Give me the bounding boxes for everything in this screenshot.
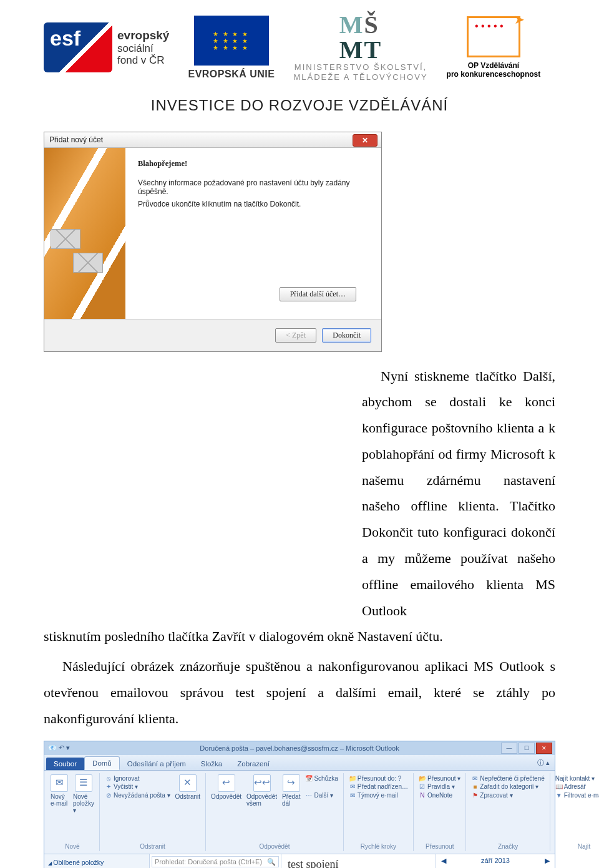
new-items-button[interactable]: ☰Nové položky ▾ <box>73 774 94 814</box>
dialog-text-1: Všechny informace požadované pro nastave… <box>138 178 369 196</box>
ribbon: ✉Nový e-mail ☰Nové položky ▾ Nové ⦸Ignor… <box>44 771 555 854</box>
esf-text-1: evropský <box>117 29 169 42</box>
nav-favorites-header[interactable]: Oblíbené položky <box>46 857 148 868</box>
esf-mark-icon <box>44 22 112 72</box>
group-label: Odpovědět <box>211 843 338 850</box>
reply-all-button[interactable]: ↩↩Odpovědět všem <box>246 774 277 807</box>
reply-icon: ↩ <box>218 774 235 792</box>
opvk-line1: OP Vzdělávání <box>468 61 519 70</box>
meeting-button[interactable]: 📅Schůzka <box>305 774 338 783</box>
window-title: Doručená pošta – pavel.bohanes@ssosfm.cz… <box>44 744 555 752</box>
ribbon-tabs: Soubor Domů Odesílání a příjem Složka Zo… <box>44 755 555 771</box>
finish-button[interactable]: Dokončit <box>322 328 371 343</box>
reading-pane: test spojení Ing. Pavel Bohanes <pavel.b… <box>281 854 436 868</box>
esf-text-3: fond v ČR <box>117 54 169 67</box>
calendar-month: září 2013 <box>481 857 510 864</box>
esf-text-2: sociální <box>117 42 169 55</box>
tab-sendreceive[interactable]: Odesílání a příjem <box>120 758 193 770</box>
back-button: < Zpět <box>275 328 316 343</box>
followup-button[interactable]: ⚑Zpracovat ▾ <box>471 791 544 800</box>
nav-pane: Oblíbené položky 📥Doručená pošta 📤Odesla… <box>44 854 150 868</box>
minimize-button[interactable]: — <box>501 743 517 754</box>
msmt-mark-icon: MŠMT <box>339 12 382 62</box>
address-book-button[interactable]: 📖Adresář <box>555 783 599 791</box>
wizard-art-icon <box>44 148 125 319</box>
dialog-heading: Blahopřejeme! <box>138 159 369 168</box>
reply-all-icon: ↩↩ <box>253 774 271 792</box>
group-move: 📂Přesunout ▾ ☑Pravidla ▾ NOneNote Přesun… <box>414 773 466 851</box>
opvk-mark-icon <box>467 16 520 57</box>
next-month-button[interactable]: ▶ <box>545 857 550 865</box>
group-find: Najít kontakt ▾ 📖Adresář ▼Filtrovat e-ma… <box>550 773 599 851</box>
wizard-dialog: Přidat nový účet ✕ Blahopřejeme! Všechny… <box>44 132 382 352</box>
tab-folder[interactable]: Složka <box>193 758 230 770</box>
eu-flag-icon <box>194 16 269 66</box>
eu-label: EVROPSKÁ UNIE <box>188 69 275 79</box>
todo-bar: ◀ září 2013 ▶ poútstčtpásone262728293031… <box>436 854 555 868</box>
group-label: Rychlé kroky <box>349 843 408 850</box>
envelope-icon <box>51 229 80 249</box>
reading-subject: test spojení <box>288 858 429 868</box>
onenote-button[interactable]: NOneNote <box>419 791 460 800</box>
cleanup-button[interactable]: ✦Vyčistit ▾ <box>105 783 170 791</box>
group-label: Odstranit <box>105 843 200 850</box>
message-list-pane: Prohledat: Doručená pošta (Ctrl+E) Uspoř… <box>150 854 281 868</box>
opvk-line2: pro konkurenceschopnost <box>447 70 541 79</box>
close-button[interactable]: ✕ <box>353 134 377 147</box>
junk-button[interactable]: ⊘Nevyžádaná pošta ▾ <box>105 791 170 800</box>
paragraph-2: Následující obrázek znázorňuje spuštěnou… <box>44 653 555 731</box>
quickstep-item[interactable]: 📁Přesunout do: ? <box>349 774 408 783</box>
dialog-text-2: Průvodce ukončíte kliknutím na tlačítko … <box>138 200 369 208</box>
eu-logo: EVROPSKÁ UNIE <box>188 16 275 79</box>
group-respond: ↩Odpovědět ↩↩Odpovědět všem ↪Předat dál … <box>206 773 344 851</box>
categorize-button[interactable]: ■Zařadit do kategorií ▾ <box>471 783 544 791</box>
msmt-logo: MŠMT MINISTERSTVO ŠKOLSTVÍ, MLÁDEŽE A TĚ… <box>293 12 427 83</box>
logo-strip: evropský sociální fond v ČR EVROPSKÁ UNI… <box>44 0 555 89</box>
close-button[interactable]: ✕ <box>536 743 552 754</box>
group-new: ✉Nový e-mail ☰Nové položky ▾ Nové <box>46 773 100 851</box>
new-mail-button[interactable]: ✉Nový e-mail <box>51 774 68 814</box>
headline: INVESTICE DO ROZVOJE VZDĚLÁVÁNÍ <box>44 98 555 113</box>
esf-logo: evropský sociální fond v ČR <box>44 22 169 72</box>
find-contact-input[interactable]: Najít kontakt ▾ <box>555 774 599 783</box>
tab-file[interactable]: Soubor <box>46 758 84 770</box>
group-label: Najít <box>555 843 599 850</box>
search-input[interactable]: Prohledat: Doručená pošta (Ctrl+E) <box>152 856 279 867</box>
reply-button[interactable]: ↩Odpovědět <box>211 774 241 807</box>
forward-icon: ↪ <box>283 774 300 792</box>
delete-icon: ✕ <box>179 774 197 792</box>
help-icon[interactable]: ⓘ ▴ <box>532 756 555 770</box>
delete-button[interactable]: ✕Odstranit <box>175 774 201 800</box>
envelope-icon <box>73 253 103 273</box>
outlook-window: 📧 ↶ ▾ Doručená pošta – pavel.bohanes@sso… <box>44 741 555 868</box>
tab-home[interactable]: Domů <box>84 756 120 770</box>
opvk-logo: OP Vzdělávání pro konkurenceschopnost <box>447 16 541 79</box>
paragraph-1-right: Nyní stiskneme tlačítko Další, abychom s… <box>362 363 555 624</box>
filter-email-button[interactable]: ▼Filtrovat e-maily ▾ <box>555 791 599 800</box>
dialog-title: Přidat nový účet <box>49 135 103 144</box>
quickstep-item[interactable]: ✉Předat nadřízen… <box>349 783 408 791</box>
tab-view[interactable]: Zobrazení <box>230 758 277 770</box>
ignore-button[interactable]: ⦸Ignorovat <box>105 774 170 783</box>
add-account-button[interactable]: Přidat další účet… <box>280 287 356 301</box>
msmt-line1: MINISTERSTVO ŠKOLSTVÍ, <box>295 62 427 72</box>
group-label: Nové <box>51 843 94 850</box>
mail-icon: ✉ <box>51 774 68 792</box>
quickstep-item[interactable]: ✉Týmový e-mail <box>349 791 408 800</box>
prev-month-button[interactable]: ◀ <box>441 857 446 865</box>
dialog-titlebar[interactable]: Přidat nový účet ✕ <box>44 132 381 148</box>
msmt-line2: MLÁDEŽE A TĚLOVÝCHOVY <box>293 72 427 82</box>
items-icon: ☰ <box>75 774 92 792</box>
maximize-button[interactable]: ☐ <box>519 743 535 754</box>
more-button[interactable]: ⋯Další ▾ <box>305 791 338 800</box>
rules-button[interactable]: ☑Pravidla ▾ <box>419 783 460 791</box>
forward-button[interactable]: ↪Předat dál <box>282 774 300 807</box>
titlebar[interactable]: 📧 ↶ ▾ Doručená pošta – pavel.bohanes@sso… <box>44 741 555 755</box>
paragraph-1-tail: stisknutím posledního tlačítka Zavřít v … <box>44 623 555 650</box>
move-button[interactable]: 📂Přesunout ▾ <box>419 774 460 783</box>
unread-button[interactable]: ✉Nepřečtené či přečtené <box>471 774 544 783</box>
group-label: Značky <box>471 843 544 850</box>
group-tags: ✉Nepřečtené či přečtené ■Zařadit do kate… <box>466 773 550 851</box>
group-label: Přesunout <box>419 843 460 850</box>
group-delete: ⦸Ignorovat ✦Vyčistit ▾ ⊘Nevyžádaná pošta… <box>100 773 206 851</box>
